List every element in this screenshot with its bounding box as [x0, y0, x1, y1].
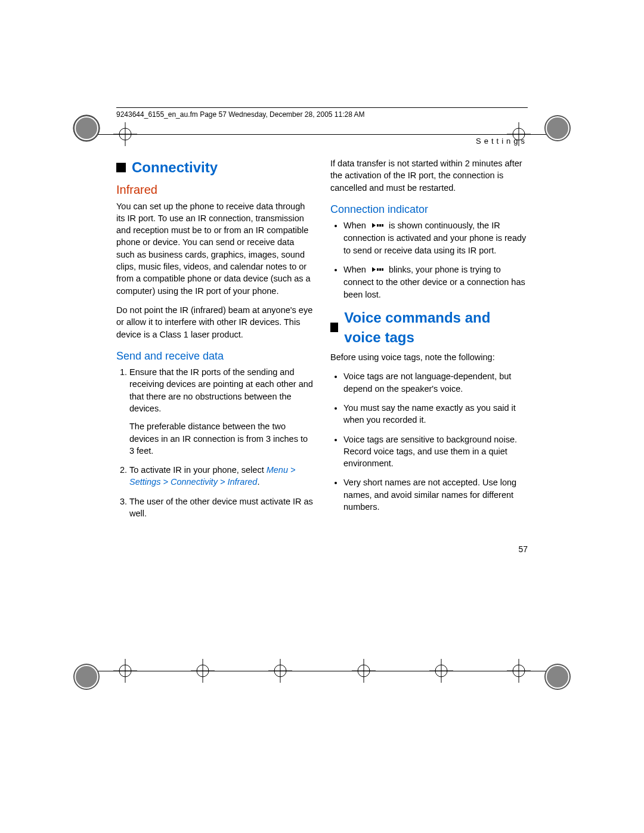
svg-rect-40: [382, 224, 383, 227]
svg-point-6: [547, 117, 568, 139]
left-column: Connectivity Infrared You can set up the…: [116, 157, 314, 527]
body-text: Do not point the IR (infrared) beam at a…: [116, 304, 314, 340]
square-bullet-icon: [330, 323, 338, 332]
list-item: Voice tags are not language-dependent, b…: [343, 370, 528, 395]
crosshair-icon: [352, 659, 376, 683]
list-item: The user of the other device must activa…: [129, 496, 314, 520]
svg-rect-44: [382, 268, 383, 271]
svg-rect-38: [377, 224, 379, 227]
body-text: The preferable distance between the two …: [129, 420, 314, 457]
body-text: If data transfer is not started within 2…: [330, 157, 528, 194]
crosshair-icon: [268, 659, 292, 683]
infrared-indicator-icon: [371, 264, 384, 276]
crosshair-icon: [191, 659, 215, 683]
running-header: 9243644_6155_en_au.fm Page 57 Wednesday,…: [116, 110, 528, 119]
registration-mark-icon: [543, 662, 572, 692]
heading-voice-commands: Voice commands and voice tags: [330, 308, 528, 348]
svg-point-9: [76, 666, 97, 688]
section-label: Settings: [116, 137, 528, 145]
list-item: When is shown continuously, the IR conne…: [343, 219, 528, 256]
page-number: 57: [116, 544, 528, 554]
list-item: You must say the name exactly as you sai…: [343, 402, 528, 426]
registration-mark-icon: [543, 113, 572, 143]
square-bullet-icon: [116, 163, 126, 172]
heading-send-receive: Send and receive data: [116, 349, 314, 364]
crosshair-icon: [113, 659, 137, 683]
heading-text: Voice commands and voice tags: [344, 308, 528, 348]
svg-rect-43: [379, 268, 381, 271]
infrared-indicator-icon: [371, 220, 384, 232]
svg-point-3: [76, 117, 97, 139]
svg-marker-41: [372, 267, 376, 272]
heading-connection-indicator: Connection indicator: [330, 202, 528, 217]
list-item: To activate IR in your phone, select Men…: [129, 464, 314, 488]
list-item: Voice tags are sensitive to background n…: [343, 433, 528, 470]
right-column: If data transfer is not started within 2…: [330, 157, 528, 527]
heading-infrared: Infrared: [116, 181, 314, 198]
crosshair-icon: [507, 659, 531, 683]
svg-rect-39: [379, 224, 381, 227]
list-item: Very short names are not accepted. Use l…: [343, 476, 528, 513]
registration-mark-icon: [72, 113, 101, 143]
body-text: Before using voice tags, note the follow…: [330, 351, 528, 363]
list-item: When blinks, your phone is trying to con…: [343, 264, 528, 301]
list-item: Ensure that the IR ports of the sending …: [129, 366, 314, 457]
svg-point-12: [547, 666, 568, 688]
heading-text: Connectivity: [132, 157, 218, 178]
heading-connectivity: Connectivity: [116, 157, 314, 178]
crosshair-icon: [429, 659, 453, 683]
svg-rect-42: [377, 268, 379, 271]
registration-mark-icon: [72, 662, 101, 692]
body-text: You can set up the phone to receive data…: [116, 200, 314, 297]
svg-marker-37: [372, 223, 376, 228]
